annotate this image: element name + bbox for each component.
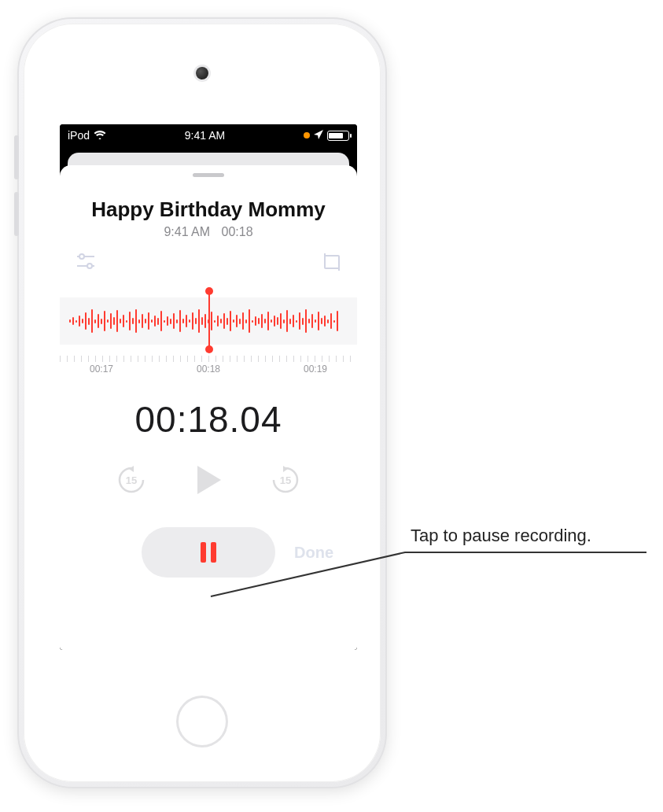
status-bar: iPod 9:41 AM — [60, 124, 357, 146]
svg-rect-9 — [201, 542, 206, 563]
recording-sheet: Happy Birthday Mommy 9:41 AM 00:18 — [60, 165, 357, 650]
svg-text:15: 15 — [126, 474, 137, 486]
recording-subtitle: 9:41 AM 00:18 — [60, 225, 357, 239]
pause-button[interactable] — [142, 527, 275, 578]
svg-point-3 — [87, 264, 92, 268]
recording-duration: 00:18 — [222, 225, 253, 238]
play-button[interactable] — [190, 461, 227, 499]
battery-icon — [327, 131, 349, 141]
ruler-label: 00:17 — [90, 364, 113, 375]
ruler-label: 00:19 — [304, 364, 327, 375]
trim-icon[interactable] — [322, 253, 341, 274]
device-label: iPod — [68, 129, 90, 142]
svg-rect-4 — [325, 256, 339, 268]
svg-point-1 — [79, 254, 84, 259]
pause-icon — [198, 541, 219, 564]
location-icon — [314, 129, 323, 142]
recording-created-time: 9:41 AM — [164, 225, 210, 238]
done-button[interactable]: Done — [294, 544, 333, 562]
device-frame: iPod 9:41 AM Happy — [17, 17, 387, 788]
skip-forward-15-button[interactable]: 15 — [268, 463, 303, 497]
elapsed-time: 00:18.04 — [60, 398, 357, 441]
transport-controls: 15 15 — [60, 461, 357, 499]
front-camera — [196, 67, 208, 79]
recording-indicator-icon — [304, 132, 310, 138]
home-button[interactable] — [176, 696, 228, 747]
options-icon[interactable] — [76, 253, 96, 274]
sheet-grabber[interactable] — [193, 173, 224, 177]
volume-buttons — [14, 135, 19, 249]
ruler-label: 00:18 — [197, 364, 220, 375]
wifi-icon — [94, 129, 106, 142]
status-time: 9:41 AM — [185, 129, 225, 142]
skip-back-15-button[interactable]: 15 — [114, 463, 149, 497]
playhead[interactable] — [208, 291, 210, 349]
svg-rect-10 — [211, 542, 216, 563]
svg-text:15: 15 — [280, 474, 291, 486]
time-ruler: 00:17 00:18 00:19 — [60, 364, 357, 375]
recording-title[interactable]: Happy Birthday Mommy — [60, 193, 357, 225]
callout-label: Tap to pause recording. — [411, 526, 591, 546]
screen: iPod 9:41 AM Happy — [60, 124, 357, 650]
waveform[interactable]: 00:17 00:18 00:19 — [60, 285, 357, 357]
